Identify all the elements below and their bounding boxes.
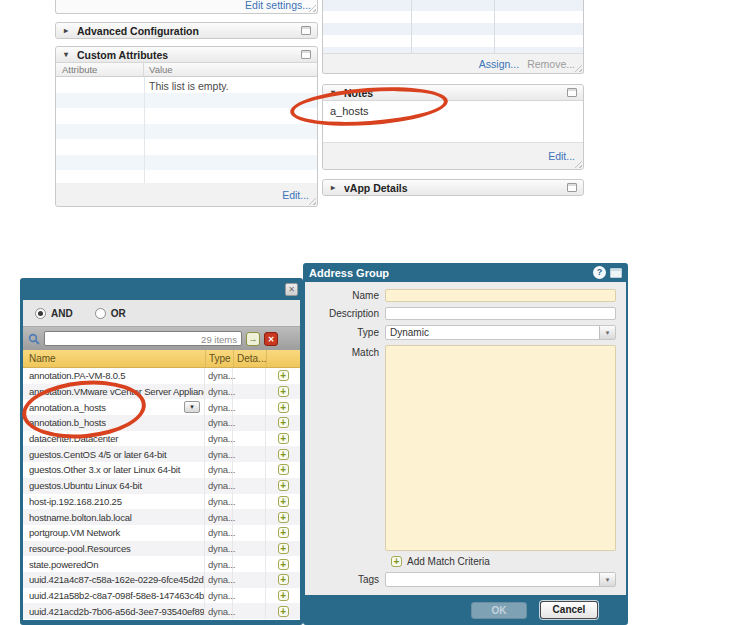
add-item-icon[interactable] — [278, 496, 289, 507]
add-item-icon[interactable] — [278, 512, 289, 523]
vapp-details-header[interactable]: vApp Details — [323, 180, 583, 195]
add-item-icon[interactable] — [278, 402, 289, 413]
column-type[interactable]: Type — [205, 350, 233, 367]
popout-icon[interactable] — [567, 183, 577, 192]
add-item-icon[interactable] — [278, 590, 289, 601]
type-select[interactable]: Dynamic — [385, 325, 616, 340]
row-name-cell[interactable]: state.poweredOn — [23, 556, 205, 572]
close-icon[interactable] — [285, 283, 298, 296]
match-browser-titlebar — [20, 278, 303, 300]
list-row[interactable]: annotation.VMware vCenter Server Applian… — [23, 384, 300, 400]
edit-notes-link[interactable]: Edit... — [548, 150, 575, 162]
list-row[interactable]: guestos.CentOS 4/5 or later 64-bitdyna..… — [23, 446, 300, 462]
panel-vapp-details: vApp Details — [322, 179, 584, 196]
row-name-cell[interactable]: host-ip.192.168.210.25 — [23, 494, 205, 510]
popout-icon[interactable] — [301, 50, 311, 59]
clear-filter-icon[interactable] — [264, 332, 278, 346]
add-item-icon[interactable] — [278, 449, 289, 460]
resize-grip[interactable] — [574, 160, 582, 168]
row-name-cell[interactable]: annotation.VMware vCenter Server Applian… — [23, 384, 205, 400]
ok-button[interactable]: OK — [471, 602, 527, 619]
assign-tag-link[interactable]: Assign... — [479, 58, 519, 70]
row-name-cell[interactable]: resource-pool.Resources — [23, 541, 205, 557]
chevron-down-icon[interactable] — [599, 326, 615, 339]
add-item-icon[interactable] — [278, 543, 289, 554]
row-name-cell[interactable]: datacenter.Datacenter — [23, 431, 205, 447]
list-row[interactable]: uuid.421a58b2-c8a7-098f-58e8-147463c4b06… — [23, 588, 300, 604]
list-row[interactable]: uuid.421a4c87-c58a-162e-0229-6fce45d2d6b… — [23, 572, 300, 588]
list-row[interactable]: state.poweredOndyna... — [23, 556, 300, 572]
add-item-icon[interactable] — [278, 480, 289, 491]
row-details-cell — [233, 368, 266, 384]
row-details-cell — [233, 525, 266, 541]
row-name-cell[interactable]: annotation.b_hosts — [23, 415, 205, 431]
advanced-configuration-header[interactable]: Advanced Configuration — [56, 23, 317, 38]
list-row[interactable]: annotation.PA-VM-8.0.5dyna... — [23, 368, 300, 384]
add-item-icon[interactable] — [278, 386, 289, 397]
row-add-cell — [266, 449, 300, 460]
column-attribute[interactable]: Attribute — [56, 63, 144, 76]
row-name-cell[interactable]: uuid.421acd2b-7b06-a56d-3ee7-93540ef8900… — [23, 603, 205, 619]
window-icon[interactable] — [610, 268, 622, 278]
column-value[interactable]: Value — [144, 64, 317, 75]
row-add-cell — [266, 402, 300, 413]
list-row[interactable]: guestos.Ubuntu Linux 64-bitdyna... — [23, 478, 300, 494]
add-item-icon[interactable] — [278, 559, 289, 570]
remove-tag-link[interactable]: Remove... — [527, 58, 575, 70]
custom-attributes-header[interactable]: Custom Attributes — [56, 47, 317, 63]
edit-attributes-link[interactable]: Edit... — [282, 189, 309, 201]
list-row[interactable]: guestos.Other 3.x or later Linux 64-bitd… — [23, 462, 300, 478]
edit-settings-link[interactable]: Edit settings... — [245, 0, 311, 11]
column-name[interactable]: Name — [23, 353, 205, 364]
list-row[interactable]: host-ip.192.168.210.25dyna... — [23, 494, 300, 510]
add-item-icon[interactable] — [278, 370, 289, 381]
tags-select[interactable] — [385, 572, 616, 587]
radio-and[interactable]: AND — [35, 308, 73, 319]
add-match-criteria-button[interactable]: Add Match Criteria — [391, 556, 626, 567]
help-icon[interactable] — [593, 266, 606, 279]
list-row[interactable]: annotation.a_hostsdyna... — [23, 399, 300, 415]
radio-unselected-icon — [95, 308, 106, 319]
add-item-icon[interactable] — [278, 417, 289, 428]
add-item-icon[interactable] — [278, 464, 289, 475]
list-row[interactable]: portgroup.VM Networkdyna... — [23, 525, 300, 541]
row-name-cell[interactable]: hostname.bolton.lab.local — [23, 509, 205, 525]
popout-icon[interactable] — [567, 88, 577, 97]
row-name-cell[interactable]: guestos.Other 3.x or later Linux 64-bit — [23, 462, 205, 478]
row-name-cell[interactable]: portgroup.VM Network — [23, 525, 205, 541]
column-details[interactable]: Deta... — [233, 350, 266, 367]
add-item-icon[interactable] — [278, 606, 289, 617]
search-input[interactable]: 29 items — [44, 331, 242, 346]
radio-or[interactable]: OR — [95, 308, 126, 319]
popout-icon[interactable] — [301, 26, 311, 35]
radio-or-label: OR — [111, 308, 126, 319]
list-row[interactable]: uuid.421acd2b-7b06-a56d-3ee7-93540ef8900… — [23, 603, 300, 619]
description-field[interactable] — [385, 307, 616, 320]
row-name-cell[interactable]: guestos.Ubuntu Linux 64-bit — [23, 478, 205, 494]
list-row[interactable]: datacenter.Datacenterdyna... — [23, 431, 300, 447]
chevron-down-icon[interactable] — [599, 573, 615, 586]
resize-grip[interactable] — [574, 64, 582, 72]
row-name-cell[interactable]: uuid.421a4c87-c58a-162e-0229-6fce45d2d6b… — [23, 572, 205, 588]
row-details-cell — [233, 478, 266, 494]
add-item-icon[interactable] — [278, 433, 289, 444]
list-row[interactable]: hostname.bolton.lab.localdyna... — [23, 509, 300, 525]
row-name-cell[interactable]: guestos.CentOS 4/5 or later 64-bit — [23, 446, 205, 462]
row-name-cell[interactable]: uuid.421a58b2-c8a7-098f-58e8-147463c4b06… — [23, 588, 205, 604]
match-row: Match — [305, 345, 616, 551]
row-name-cell[interactable]: annotation.PA-VM-8.0.5 — [23, 368, 205, 384]
row-name-cell[interactable]: annotation.a_hosts — [23, 399, 205, 415]
resize-grip[interactable] — [308, 197, 316, 205]
add-item-icon[interactable] — [278, 574, 289, 585]
list-row[interactable]: resource-pool.Resourcesdyna... — [23, 541, 300, 557]
name-field[interactable] — [385, 289, 616, 302]
cancel-button[interactable]: Cancel — [540, 601, 598, 619]
apply-filter-icon[interactable] — [246, 332, 260, 346]
list-row[interactable]: annotation.b_hostsdyna... — [23, 415, 300, 431]
notes-header[interactable]: Notes — [323, 85, 583, 101]
add-item-icon[interactable] — [278, 527, 289, 538]
row-details-cell — [233, 399, 266, 415]
match-textarea[interactable] — [385, 345, 616, 551]
chevron-right-icon — [62, 26, 70, 35]
chevron-down-icon[interactable] — [184, 401, 200, 413]
